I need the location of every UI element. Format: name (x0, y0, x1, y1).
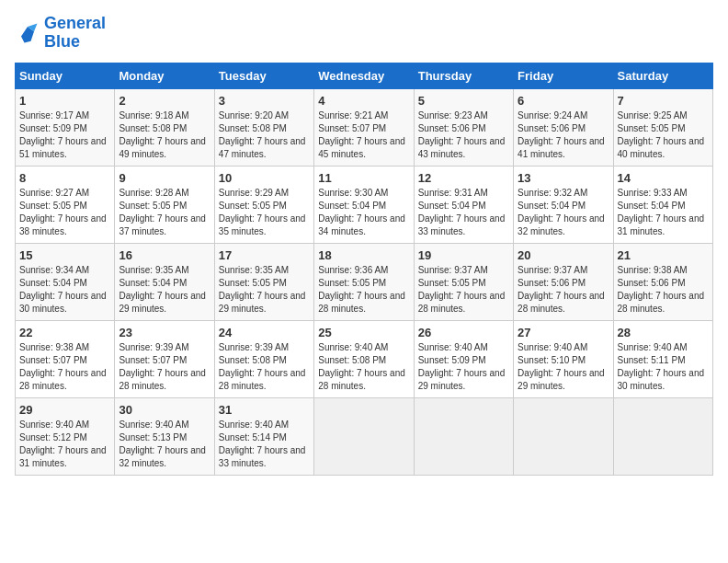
calendar-cell: 12Sunrise: 9:31 AM Sunset: 5:04 PM Dayli… (414, 166, 513, 243)
day-info: Sunrise: 9:30 AM Sunset: 5:04 PM Dayligh… (318, 187, 409, 238)
day-info: Sunrise: 9:40 AM Sunset: 5:11 PM Dayligh… (618, 341, 709, 393)
day-number: 15 (19, 248, 110, 262)
day-info: Sunrise: 9:40 AM Sunset: 5:13 PM Dayligh… (119, 419, 210, 470)
day-number: 27 (518, 326, 609, 339)
calendar-cell: 3Sunrise: 9:20 AM Sunset: 5:08 PM Daylig… (214, 88, 313, 166)
calendar-table: SundayMondayTuesdayWednesdayThursdayFrid… (15, 63, 713, 476)
day-number: 12 (418, 171, 509, 185)
day-number: 6 (518, 94, 609, 108)
day-number: 25 (318, 326, 409, 339)
day-info: Sunrise: 9:40 AM Sunset: 5:14 PM Dayligh… (219, 419, 310, 470)
day-number: 2 (119, 94, 210, 108)
calendar-cell: 14Sunrise: 9:33 AM Sunset: 5:04 PM Dayli… (613, 166, 712, 243)
calendar-cell: 9Sunrise: 9:28 AM Sunset: 5:05 PM Daylig… (115, 166, 214, 243)
calendar-cell: 24Sunrise: 9:39 AM Sunset: 5:08 PM Dayli… (214, 320, 313, 397)
day-number: 10 (219, 171, 310, 185)
weekday-header-tuesday: Tuesday (214, 63, 313, 88)
day-number: 13 (518, 171, 609, 185)
day-number: 3 (219, 94, 310, 108)
calendar-cell: 27Sunrise: 9:40 AM Sunset: 5:10 PM Dayli… (514, 320, 613, 397)
calendar-cell: 26Sunrise: 9:40 AM Sunset: 5:09 PM Dayli… (414, 320, 513, 397)
calendar-cell: 8Sunrise: 9:27 AM Sunset: 5:05 PM Daylig… (16, 166, 115, 243)
calendar-cell: 5Sunrise: 9:23 AM Sunset: 5:06 PM Daylig… (414, 88, 513, 166)
calendar-cell: 30Sunrise: 9:40 AM Sunset: 5:13 PM Dayli… (115, 397, 214, 475)
day-number: 19 (418, 248, 509, 262)
day-info: Sunrise: 9:21 AM Sunset: 5:07 PM Dayligh… (318, 109, 409, 161)
logo-icon (15, 20, 40, 46)
day-number: 30 (119, 403, 210, 417)
day-number: 7 (618, 94, 709, 108)
day-number: 8 (19, 171, 110, 185)
day-info: Sunrise: 9:40 AM Sunset: 5:10 PM Dayligh… (518, 341, 609, 393)
day-number: 4 (318, 94, 409, 108)
day-info: Sunrise: 9:25 AM Sunset: 5:05 PM Dayligh… (618, 109, 709, 161)
day-number: 22 (19, 326, 110, 339)
calendar-cell: 13Sunrise: 9:32 AM Sunset: 5:04 PM Dayli… (514, 166, 613, 243)
calendar-cell: 17Sunrise: 9:35 AM Sunset: 5:05 PM Dayli… (214, 243, 313, 320)
calendar-cell: 4Sunrise: 9:21 AM Sunset: 5:07 PM Daylig… (314, 88, 414, 166)
calendar-cell: 16Sunrise: 9:35 AM Sunset: 5:04 PM Dayli… (115, 243, 214, 320)
day-number: 11 (318, 171, 409, 185)
day-info: Sunrise: 9:23 AM Sunset: 5:06 PM Dayligh… (418, 109, 509, 161)
day-info: Sunrise: 9:38 AM Sunset: 5:06 PM Dayligh… (618, 264, 709, 316)
day-info: Sunrise: 9:33 AM Sunset: 5:04 PM Dayligh… (618, 187, 709, 238)
calendar-cell: 15Sunrise: 9:34 AM Sunset: 5:04 PM Dayli… (16, 243, 115, 320)
calendar-cell: 23Sunrise: 9:39 AM Sunset: 5:07 PM Dayli… (115, 320, 214, 397)
day-info: Sunrise: 9:40 AM Sunset: 5:12 PM Dayligh… (19, 419, 110, 470)
weekday-header-friday: Friday (514, 63, 613, 88)
calendar-cell: 1Sunrise: 9:17 AM Sunset: 5:09 PM Daylig… (16, 88, 115, 166)
calendar-cell (514, 397, 613, 475)
day-number: 14 (618, 171, 709, 185)
day-info: Sunrise: 9:39 AM Sunset: 5:07 PM Dayligh… (119, 341, 210, 393)
calendar-cell: 28Sunrise: 9:40 AM Sunset: 5:11 PM Dayli… (613, 320, 712, 397)
calendar-cell: 21Sunrise: 9:38 AM Sunset: 5:06 PM Dayli… (613, 243, 712, 320)
calendar-cell (314, 397, 414, 475)
day-number: 18 (318, 248, 409, 262)
calendar-cell (613, 397, 712, 475)
day-info: Sunrise: 9:39 AM Sunset: 5:08 PM Dayligh… (219, 341, 310, 393)
day-info: Sunrise: 9:29 AM Sunset: 5:05 PM Dayligh… (219, 187, 310, 238)
day-info: Sunrise: 9:27 AM Sunset: 5:05 PM Dayligh… (19, 187, 110, 238)
day-number: 29 (19, 403, 110, 417)
day-info: Sunrise: 9:40 AM Sunset: 5:08 PM Dayligh… (318, 341, 409, 393)
calendar-week-3: 15Sunrise: 9:34 AM Sunset: 5:04 PM Dayli… (16, 243, 713, 320)
day-info: Sunrise: 9:40 AM Sunset: 5:09 PM Dayligh… (418, 341, 509, 393)
day-number: 26 (418, 326, 509, 339)
day-info: Sunrise: 9:31 AM Sunset: 5:04 PM Dayligh… (418, 187, 509, 238)
day-number: 23 (119, 326, 210, 339)
day-info: Sunrise: 9:36 AM Sunset: 5:05 PM Dayligh… (318, 264, 409, 316)
day-info: Sunrise: 9:35 AM Sunset: 5:04 PM Dayligh… (119, 264, 210, 316)
day-number: 17 (219, 248, 310, 262)
calendar-week-2: 8Sunrise: 9:27 AM Sunset: 5:05 PM Daylig… (16, 166, 713, 243)
calendar-cell (414, 397, 513, 475)
day-number: 28 (618, 326, 709, 339)
day-info: Sunrise: 9:35 AM Sunset: 5:05 PM Dayligh… (219, 264, 310, 316)
day-info: Sunrise: 9:38 AM Sunset: 5:07 PM Dayligh… (19, 341, 110, 393)
calendar-week-5: 29Sunrise: 9:40 AM Sunset: 5:12 PM Dayli… (16, 397, 713, 475)
calendar-cell: 31Sunrise: 9:40 AM Sunset: 5:14 PM Dayli… (214, 397, 313, 475)
calendar-cell: 20Sunrise: 9:37 AM Sunset: 5:06 PM Dayli… (514, 243, 613, 320)
day-number: 9 (119, 171, 210, 185)
day-info: Sunrise: 9:20 AM Sunset: 5:08 PM Dayligh… (219, 109, 310, 161)
day-number: 24 (219, 326, 310, 339)
calendar-cell: 7Sunrise: 9:25 AM Sunset: 5:05 PM Daylig… (613, 88, 712, 166)
day-number: 31 (219, 403, 310, 417)
calendar-week-4: 22Sunrise: 9:38 AM Sunset: 5:07 PM Dayli… (16, 320, 713, 397)
calendar-cell: 2Sunrise: 9:18 AM Sunset: 5:08 PM Daylig… (115, 88, 214, 166)
calendar-cell: 6Sunrise: 9:24 AM Sunset: 5:06 PM Daylig… (514, 88, 613, 166)
logo-text: General Blue (44, 15, 106, 52)
day-number: 5 (418, 94, 509, 108)
calendar-cell: 22Sunrise: 9:38 AM Sunset: 5:07 PM Dayli… (16, 320, 115, 397)
day-number: 1 (19, 94, 110, 108)
calendar-cell: 29Sunrise: 9:40 AM Sunset: 5:12 PM Dayli… (16, 397, 115, 475)
weekday-header-saturday: Saturday (613, 63, 712, 88)
day-number: 16 (119, 248, 210, 262)
calendar-cell: 19Sunrise: 9:37 AM Sunset: 5:05 PM Dayli… (414, 243, 513, 320)
calendar-cell: 10Sunrise: 9:29 AM Sunset: 5:05 PM Dayli… (214, 166, 313, 243)
day-info: Sunrise: 9:32 AM Sunset: 5:04 PM Dayligh… (518, 187, 609, 238)
calendar-cell: 18Sunrise: 9:36 AM Sunset: 5:05 PM Dayli… (314, 243, 414, 320)
day-info: Sunrise: 9:24 AM Sunset: 5:06 PM Dayligh… (518, 109, 609, 161)
page-header: General Blue (15, 15, 713, 52)
weekday-header-sunday: Sunday (16, 63, 115, 88)
day-info: Sunrise: 9:37 AM Sunset: 5:05 PM Dayligh… (418, 264, 509, 316)
